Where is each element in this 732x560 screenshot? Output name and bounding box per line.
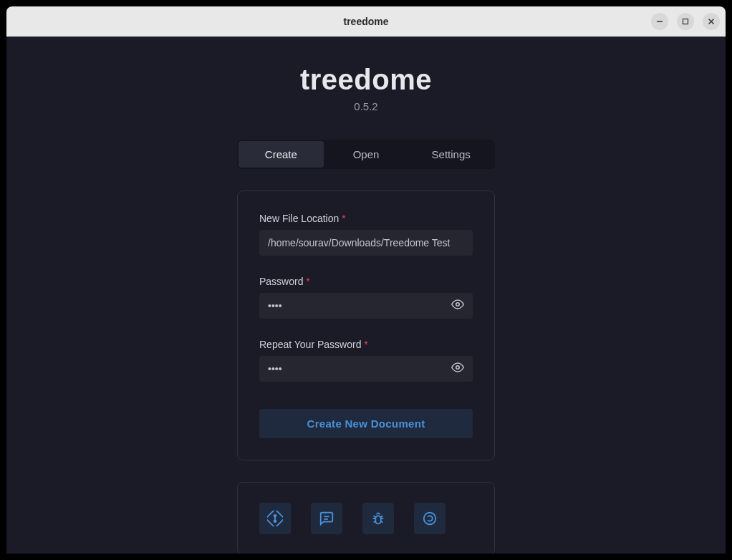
svg-point-5 <box>456 366 460 370</box>
svg-rect-12 <box>375 516 380 523</box>
tab-settings[interactable]: Settings <box>408 141 493 168</box>
repeat-password-visibility-toggle[interactable] <box>451 361 464 377</box>
svg-point-19 <box>424 513 436 525</box>
tab-open[interactable]: Open <box>324 141 409 168</box>
maximize-button[interactable] <box>677 13 694 30</box>
minimize-button[interactable] <box>651 13 668 30</box>
password-visibility-toggle[interactable] <box>451 298 464 314</box>
required-mark: * <box>342 213 345 224</box>
close-button[interactable] <box>703 13 720 30</box>
git-icon <box>267 511 283 526</box>
minimize-icon <box>656 18 663 25</box>
svg-point-8 <box>274 520 276 522</box>
repeat-password-label: Repeat Your Password * <box>259 339 473 350</box>
required-mark: * <box>306 276 309 287</box>
svg-rect-1 <box>683 19 688 24</box>
window-title: treedome <box>343 16 388 27</box>
chat-link-button[interactable] <box>311 503 342 534</box>
svg-point-4 <box>456 303 460 306</box>
svg-line-15 <box>374 516 376 517</box>
required-mark: * <box>364 339 367 350</box>
tab-create[interactable]: Create <box>239 141 324 168</box>
svg-point-7 <box>274 515 276 517</box>
maximize-icon <box>682 18 689 25</box>
close-icon <box>708 18 715 25</box>
file-location-label: New File Location * <box>259 213 473 224</box>
copyleft-icon <box>422 511 438 526</box>
eye-icon <box>451 298 464 311</box>
repeat-password-input[interactable] <box>259 356 473 382</box>
bug-link-button[interactable] <box>362 503 394 534</box>
git-link-button[interactable] <box>259 503 291 534</box>
footer-links <box>237 482 495 554</box>
password-label: Password * <box>259 276 473 287</box>
bug-icon <box>370 511 386 526</box>
chat-icon <box>319 511 334 526</box>
app-title: treedome <box>300 64 432 96</box>
file-location-input[interactable] <box>259 230 473 256</box>
titlebar: treedome <box>6 6 726 37</box>
eye-icon <box>451 361 464 374</box>
app-version: 0.5.2 <box>354 100 377 112</box>
svg-line-16 <box>381 516 383 517</box>
create-document-button[interactable]: Create New Document <box>259 409 473 438</box>
create-form: New File Location * Password * <box>237 190 495 460</box>
license-link-button[interactable] <box>414 503 446 534</box>
content-area: treedome 0.5.2 Create Open Settings New … <box>6 37 726 554</box>
password-input[interactable] <box>259 293 473 319</box>
tabs: Create Open Settings <box>237 140 495 169</box>
